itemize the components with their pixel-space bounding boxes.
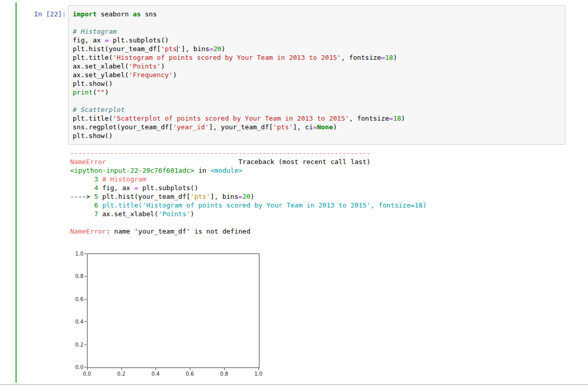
token-pl: plt.show()	[73, 80, 113, 87]
x-tick-mark	[224, 368, 225, 370]
traceback-line: ----------------------------------------…	[70, 149, 584, 157]
code-line: # Scatterplot	[73, 105, 561, 114]
code-line: sns.regplot(your_team_df['year_id'], you…	[73, 123, 561, 131]
token-pl: Traceback (most recent call last)	[106, 158, 371, 166]
token-pl: fig, ax	[102, 184, 135, 192]
token-red: # Histogram	[102, 175, 146, 183]
token-pl: : name 'your_team_df' is not defined	[106, 227, 250, 235]
token-purple: =	[238, 193, 243, 200]
token-green: 4	[70, 184, 102, 192]
code-editor[interactable]: import seaborn as sns# Histogramfig, ax …	[68, 5, 565, 145]
traceback-line: NameError Traceback (most recent call la…	[70, 157, 584, 166]
x-tick-mark	[121, 368, 122, 370]
traceback-line: NameError: name 'your_team_df' is not de…	[70, 227, 584, 236]
y-tick-mark	[84, 344, 86, 345]
token-bi: print	[73, 88, 93, 96]
code-line	[73, 18, 561, 27]
code-line: fig, ax = plt.subplots()	[73, 36, 561, 44]
x-tick-mark	[156, 368, 156, 370]
error-traceback: ----------------------------------------…	[70, 149, 584, 236]
x-tick-mark	[87, 368, 88, 370]
token-str: 'Histogram of points scored by Your Team…	[113, 54, 341, 61]
token-green: 6	[70, 201, 102, 209]
code-line: plt.show()	[73, 79, 561, 88]
token-pl: plt.hist(your_team_df[	[102, 193, 190, 200]
token-com: # Scatterplot	[73, 106, 125, 113]
token-pl: )	[105, 88, 109, 96]
token-pl: plt.subplots()	[138, 184, 198, 192]
token-str: 'year_id'	[173, 123, 209, 131]
token-pl: ], bins	[181, 45, 209, 53]
token-green: 5	[94, 193, 102, 200]
x-tick-label: 0.6	[186, 371, 194, 377]
cell-input-area: In [22]: import seaborn as sns# Histogra…	[17, 3, 584, 145]
token-green: 3	[70, 175, 102, 183]
token-pl: )	[393, 54, 397, 61]
cell-output-area: ----------------------------------------…	[17, 149, 584, 383]
token-str: 'Points'	[129, 62, 161, 70]
token-red: NameError	[70, 227, 106, 235]
token-green: <ipython-input-22-29c76f601adc>	[70, 167, 194, 174]
traceback-line: 4 fig, ax = plt.subplots()	[70, 183, 584, 192]
token-pl: sns	[141, 10, 157, 18]
token-pl: sns.regplot(your_team_df[	[73, 123, 173, 131]
token-pl: ax.set_ylabel(	[73, 71, 129, 79]
token-kw: None	[317, 123, 333, 131]
token-pl: ax.set_xlabel(	[102, 210, 159, 218]
y-tick-label: 0.6	[75, 296, 83, 302]
input-prompt: In [22]:	[17, 5, 68, 145]
token-pl: ---->	[70, 193, 94, 200]
traceback-line: ----> 5 plt.hist(your_team_df['pts'], bi…	[70, 192, 584, 201]
token-kw: as	[133, 10, 141, 18]
token-pl: ], ci	[293, 123, 313, 131]
y-tick-label: 0.8	[75, 273, 83, 279]
code-line: print("")	[73, 88, 561, 97]
token-cyan: plt.title('Histogram of points scored by…	[102, 201, 427, 209]
token-pl: )	[401, 114, 405, 122]
traceback-line: 3 # Histogram	[70, 175, 584, 183]
token-pl: fig, ax	[73, 36, 105, 44]
code-line: # Histogram	[73, 27, 561, 36]
x-tick-mark	[258, 368, 259, 370]
token-pl: (	[93, 88, 97, 96]
token-num: 18	[385, 54, 394, 61]
token-pl: )	[222, 45, 226, 53]
token-yellow: 'pts'	[190, 193, 210, 200]
token-pl: plt.hist(your_team_df[	[73, 45, 161, 53]
plot-axes	[87, 254, 259, 368]
token-num: 18	[393, 114, 401, 122]
token-red: ----------------------------------------…	[70, 149, 371, 157]
selected-cell-indicator	[15, 3, 17, 383]
y-tick-label: 1.0	[75, 251, 83, 257]
token-cyan: 'Points'	[158, 210, 190, 218]
y-tick-mark	[84, 276, 86, 277]
token-purple: =	[134, 184, 138, 192]
token-op: =	[389, 114, 393, 122]
token-green: 7	[70, 210, 102, 218]
traceback-line	[70, 218, 584, 227]
token-pl: , fontsize	[341, 54, 381, 61]
token-pl: )	[333, 123, 337, 131]
token-pl: plt.subplots()	[108, 36, 168, 44]
token-pl: in	[194, 167, 210, 174]
token-pl: )	[190, 210, 194, 218]
x-tick-label: 0.8	[220, 371, 228, 377]
token-op: =	[381, 54, 385, 61]
y-tick-mark	[84, 254, 86, 254]
y-tick-mark	[84, 367, 86, 367]
code-line: ax.set_xlabel('Points')	[73, 62, 561, 71]
y-tick-mark	[84, 299, 86, 300]
traceback-line: 7 ax.set_xlabel('Points')	[70, 210, 584, 218]
code-cell[interactable]: In [22]: import seaborn as sns# Histogra…	[15, 3, 584, 383]
x-tick-label: 0.2	[117, 371, 125, 377]
code-line: plt.title('Scatterplot of points scored …	[73, 114, 561, 123]
token-pl: plt.show()	[73, 132, 113, 140]
x-tick-label: 0.4	[151, 371, 160, 377]
token-pl: ax.set_xlabel(	[73, 62, 129, 70]
code-line: import seaborn as sns	[73, 10, 561, 18]
traceback-line: 6 plt.title('Histogram of points scored …	[70, 201, 584, 210]
token-cyan: <module>	[210, 167, 243, 174]
code-line: plt.hist(your_team_df['pts'], bins=20)	[73, 44, 561, 53]
code-line: ax.set_ylabel('Frequency')	[73, 71, 561, 79]
code-line: plt.title('Histogram of points scored by…	[73, 53, 561, 62]
